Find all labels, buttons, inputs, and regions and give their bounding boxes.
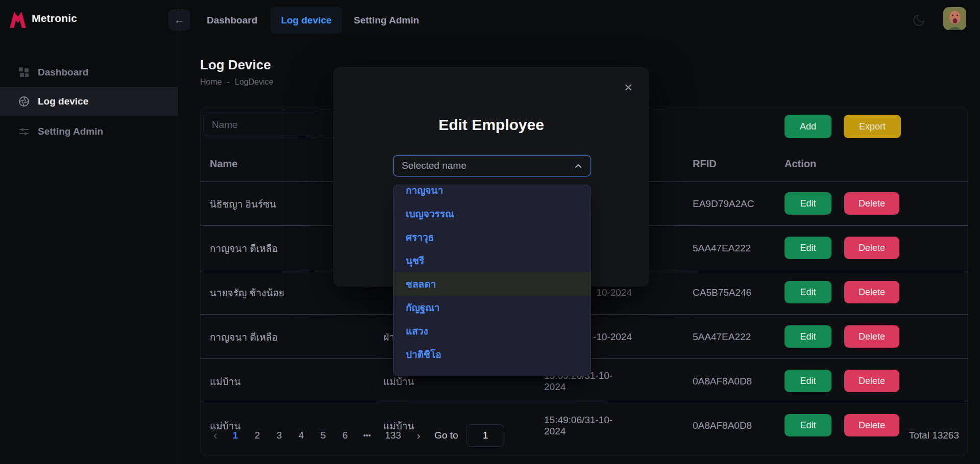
cell-rfid: CA5B75A246 [693, 270, 785, 315]
delete-button[interactable]: Delete [844, 370, 899, 392]
cell-rfid: 0A8AF8A0D8 [693, 359, 785, 403]
back-arrow-icon: ← [174, 14, 184, 26]
edit-button[interactable]: Edit [785, 237, 831, 259]
dropdown-option[interactable]: กัญฐณา [394, 296, 591, 319]
sidebar-item-label: Log device [38, 96, 88, 107]
pagination-next-icon[interactable]: › [410, 419, 427, 452]
delete-button[interactable]: Delete [844, 325, 899, 348]
pagination-page-2[interactable]: 2 [249, 419, 266, 452]
sidebar-collapse-button[interactable]: ← [168, 9, 190, 31]
dropdown-option[interactable]: ศราวุธ [394, 225, 591, 249]
column-header-action: Action [785, 158, 816, 170]
pagination-page-4[interactable]: 4 [292, 419, 310, 452]
pagination: ‹ 1 2 3 4 5 6 ••• 133 › Go to Total 1326… [201, 419, 968, 452]
tab-log-device[interactable]: Log device [271, 7, 342, 34]
delete-button[interactable]: Delete [844, 237, 899, 259]
breadcrumb-separator: - [227, 78, 230, 87]
edit-button[interactable]: Edit [785, 325, 831, 348]
settings-sliders-icon [18, 126, 30, 137]
delete-button[interactable]: Delete [844, 192, 899, 215]
select-placeholder: Selected name [402, 160, 467, 171]
pagination-page-3[interactable]: 3 [271, 419, 288, 452]
goto-page-input[interactable] [467, 424, 504, 447]
metronic-logo-icon [7, 9, 29, 31]
modal-title: Edit Employee [333, 116, 649, 134]
chevron-up-icon [574, 162, 582, 170]
column-header-name: Name [210, 158, 237, 170]
employee-select[interactable]: Selected name [393, 155, 591, 176]
breadcrumb-current: LogDevice [235, 78, 274, 87]
sidebar-item-setting-admin[interactable]: Setting Admin [0, 117, 178, 146]
dropdown-option[interactable]: นุชรี [394, 249, 591, 272]
sidebar-item-dashboard[interactable]: Dashboard [0, 58, 178, 87]
tab-label: Setting Admin [354, 15, 419, 26]
aperture-icon [18, 96, 30, 107]
pagination-page-6[interactable]: 6 [336, 419, 354, 452]
cell-rfid: 5AA47EA222 [693, 315, 785, 359]
tab-label: Dashboard [207, 15, 257, 26]
sidebar-item-label: Setting Admin [38, 126, 103, 137]
pagination-prev-icon[interactable]: ‹ [207, 419, 224, 452]
dropdown-option[interactable]: กาญจนา [394, 185, 591, 202]
cell-name: แม่บ้าน [210, 359, 378, 403]
cell-rfid: EA9D79A2AC [693, 182, 785, 226]
total-count: Total 13263 [909, 419, 959, 452]
dashboard-grid-icon [18, 67, 30, 78]
column-header-rfid: RFID [693, 158, 717, 170]
dropdown-option[interactable]: แสวง [394, 319, 591, 343]
pagination-page-1[interactable]: 1 [227, 419, 244, 452]
breadcrumb: Home - LogDevice [200, 78, 274, 87]
sidebar-item-label: Dashboard [38, 67, 88, 78]
top-navbar: Metronic ← Dashboard Log device Setting … [0, 0, 980, 40]
edit-button[interactable]: Edit [785, 192, 831, 215]
user-avatar[interactable] [943, 7, 966, 30]
delete-button[interactable]: Delete [844, 281, 899, 303]
edit-button[interactable]: Edit [785, 281, 831, 303]
dropdown-list: กาญจนา เบญจวรรณ ศราวุธ นุชรี ชลลดา กัญฐณ… [394, 185, 591, 366]
dropdown-option[interactable]: ปาติชิโอ [394, 343, 591, 366]
goto-label: Go to [434, 419, 458, 452]
pagination-ellipsis: ••• [358, 419, 376, 452]
tab-setting-admin[interactable]: Setting Admin [354, 0, 419, 40]
cell-name: กาญจนา ตีเหลือ [210, 315, 378, 359]
export-button[interactable]: Export [844, 115, 901, 138]
page-title: Log Device [200, 57, 271, 73]
avatar-image [943, 7, 966, 30]
employee-dropdown: กาญจนา เบญจวรรณ ศราวุธ นุชรี ชลลดา กัญฐณ… [393, 185, 591, 376]
breadcrumb-home[interactable]: Home [200, 78, 222, 87]
pagination-page-5[interactable]: 5 [314, 419, 332, 452]
app-window: Metronic ← Dashboard Log device Setting … [0, 0, 980, 464]
dark-mode-moon-icon[interactable] [912, 13, 926, 28]
add-button[interactable]: Add [785, 115, 831, 138]
brand-name: Metronic [32, 12, 77, 24]
dropdown-option-highlighted[interactable]: ชลลดา [394, 272, 591, 296]
edit-button[interactable]: Edit [785, 370, 831, 392]
cell-rfid: 5AA47EA222 [693, 226, 785, 270]
sidebar-divider [178, 0, 178, 464]
sidebar-item-log-device[interactable]: Log device [0, 87, 178, 116]
close-icon[interactable]: ✕ [622, 81, 635, 94]
tab-dashboard[interactable]: Dashboard [207, 0, 257, 40]
dropdown-option[interactable]: เบญจวรรณ [394, 202, 591, 225]
tab-label: Log device [281, 15, 331, 26]
pagination-page-last[interactable]: 133 [380, 419, 406, 452]
